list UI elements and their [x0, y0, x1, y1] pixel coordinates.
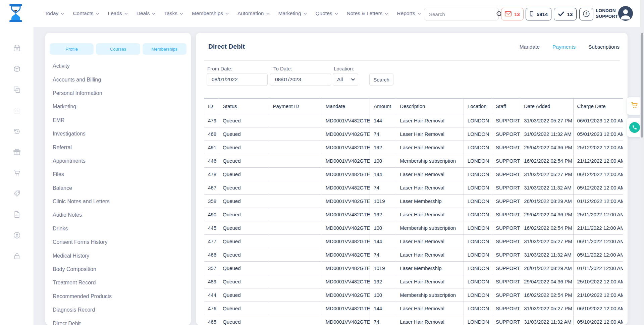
copy-icon[interactable]	[0, 79, 34, 100]
sidebar-item-treatment-record[interactable]: Treatment Record	[45, 276, 191, 289]
filter-search-button[interactable]: Search	[369, 73, 393, 86]
table-cell	[269, 114, 322, 127]
table-cell: 445	[204, 221, 219, 234]
nav-item-quotes[interactable]: Quotes	[316, 10, 338, 16]
profile-tab-memberships[interactable]: Memberships	[143, 43, 186, 55]
global-search	[424, 8, 499, 20]
tasks-badge[interactable]: 13	[554, 8, 577, 20]
column-header-id: ID	[204, 98, 219, 114]
table-cell: 74	[370, 127, 396, 141]
scrollbar-thumb[interactable]	[641, 33, 643, 138]
table-row: 445QueuedMD0001VV482GTE100Membership sub…	[204, 221, 623, 234]
history-icon[interactable]	[0, 121, 34, 142]
nav-item-deals[interactable]: Deals	[137, 10, 156, 16]
table-cell: Membership subscription	[396, 221, 464, 234]
table-cell: 16/02/2022 02:54 PM	[520, 154, 573, 167]
price-tag-icon[interactable]: $	[0, 183, 34, 204]
lock-icon[interactable]	[0, 246, 34, 266]
table-cell: SUPPORT	[492, 234, 520, 248]
table-cell: MD0001VV482GTE	[322, 194, 370, 208]
table-cell: SUPPORT	[492, 208, 520, 221]
nav-item-notes-letters[interactable]: Notes & Letters	[347, 10, 388, 16]
table-cell: 21/12/2022 12:00 AM	[573, 154, 623, 167]
sidebar-item-investigations[interactable]: Investigations	[45, 127, 191, 141]
gift-icon[interactable]	[0, 142, 34, 162]
table-cell: 477	[204, 234, 219, 248]
table-cell: 06/11/2022 12:00 AM	[573, 234, 623, 248]
sidebar-item-accounts-and-billing[interactable]: Accounts and Billing	[45, 73, 191, 86]
table-row: 477QueuedMD0001VV482GTE144Laser Hair Rem…	[204, 234, 623, 248]
user-circle-icon[interactable]	[0, 225, 34, 246]
table-cell: Queued	[219, 141, 269, 154]
nav-item-contacts[interactable]: Contacts	[73, 10, 99, 16]
table-cell: Laser Hair Removal	[396, 275, 464, 288]
to-date-input[interactable]	[270, 73, 331, 86]
table-cell: 100	[370, 221, 396, 234]
table-cell: 06/12/2022 12:00 AM	[573, 167, 623, 181]
phone-badge[interactable]: 5914	[526, 8, 551, 20]
chevron-down-icon	[124, 13, 128, 15]
sidebar-item-consent-forms-history[interactable]: Consent Forms History	[45, 235, 191, 249]
table-cell	[269, 167, 322, 181]
camera-icon[interactable]	[0, 100, 34, 121]
location-select[interactable]: All	[333, 73, 358, 86]
nav-item-leads[interactable]: Leads	[108, 10, 128, 16]
tab-payments[interactable]: Payments	[552, 44, 576, 50]
sidebar-item-clinic-notes-and-letters[interactable]: Clinic Notes and Letters	[45, 195, 191, 208]
table-cell: 16/02/2022 02:54 PM	[520, 221, 573, 234]
nav-item-tasks[interactable]: Tasks	[164, 10, 183, 16]
svg-text:12: 12	[15, 48, 18, 50]
column-header-staff: Staff	[492, 98, 520, 114]
report-icon[interactable]	[0, 204, 34, 225]
cart-icon[interactable]	[0, 162, 34, 183]
table-cell: Laser Hair Removal	[396, 302, 464, 315]
sidebar-item-appointments[interactable]: Appointments	[45, 154, 191, 168]
messages-badge[interactable]: 13	[501, 8, 524, 20]
avatar[interactable]	[618, 6, 633, 21]
sidebar-item-drinks[interactable]: Drinks	[45, 222, 191, 235]
sidebar-item-medical-history[interactable]: Medical History	[45, 249, 191, 262]
package-icon[interactable]	[0, 58, 34, 79]
help-button[interactable]: ?	[579, 8, 593, 20]
sidebar-item-activity[interactable]: Activity	[45, 59, 191, 73]
calendar-icon[interactable]: 12	[0, 38, 34, 58]
table-cell: 31/03/2022 05:27 PM	[520, 302, 573, 315]
app-logo-icon[interactable]	[7, 4, 24, 22]
table-cell: 74	[370, 181, 396, 194]
nav-item-memberships[interactable]: Memberships	[192, 10, 229, 16]
chevron-down-icon	[335, 13, 338, 15]
table-cell: LONDON	[464, 114, 492, 127]
table-cell: 25/10/2022 12:00 AM	[573, 275, 623, 288]
nav-item-label: Deals	[137, 10, 150, 16]
from-date-input[interactable]	[207, 73, 268, 86]
table-row: 465QueuedMD0001VV482GTE74Laser Hair Remo…	[204, 315, 623, 325]
table-cell: 31/03/2022 05:27 PM	[520, 114, 573, 127]
nav-item-marketing[interactable]: Marketing	[278, 10, 307, 16]
sidebar-item-direct-debit[interactable]: Direct Debit	[45, 317, 191, 325]
profile-tab-courses[interactable]: Courses	[96, 43, 140, 55]
sidebar-item-recommended-products[interactable]: Recommended Products	[45, 290, 191, 303]
sidebar-item-marketing[interactable]: Marketing	[45, 100, 191, 113]
search-input[interactable]	[424, 8, 496, 20]
nav-item-reports[interactable]: Reports	[397, 10, 421, 16]
profile-tab-profile[interactable]: Profile	[50, 43, 94, 55]
sidebar-item-balance[interactable]: Balance	[45, 181, 191, 195]
sidebar-item-body-composition[interactable]: Body Composition	[45, 263, 191, 276]
nav-item-label: Contacts	[73, 10, 93, 16]
sidebar-item-referral[interactable]: Referral	[45, 141, 191, 154]
table-cell: Queued	[219, 114, 269, 127]
sidebar-item-diagnosis-record[interactable]: Diagnosis Record	[45, 303, 191, 317]
sidebar-item-personal-information[interactable]: Personal Information	[45, 87, 191, 100]
tab-mandate[interactable]: Mandate	[520, 44, 540, 50]
sidebar-item-emr[interactable]: EMR	[45, 114, 191, 127]
nav-item-label: Today	[45, 10, 58, 16]
payments-table: IDStatusPayment IDMandateAmountDescripti…	[204, 98, 623, 325]
table-cell: 192	[370, 275, 396, 288]
tab-subscriptions[interactable]: Subscriptions	[588, 44, 620, 50]
sidebar-item-audio-notes[interactable]: Audio Notes	[45, 208, 191, 222]
table-cell	[269, 315, 322, 325]
sidebar-item-files[interactable]: Files	[45, 168, 191, 181]
nav-item-today[interactable]: Today	[45, 10, 64, 16]
table-cell	[269, 302, 322, 315]
nav-item-automation[interactable]: Automation	[237, 10, 269, 16]
